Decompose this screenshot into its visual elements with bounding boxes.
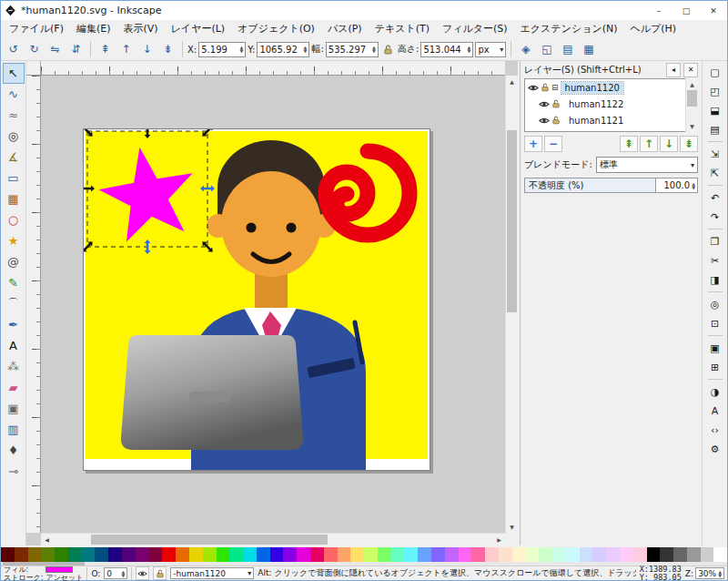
remove-layer-button[interactable]: − [544, 136, 562, 152]
height-input[interactable]: 513.044 [420, 42, 473, 57]
opacity-input[interactable]: 100.0 [656, 178, 698, 193]
vertical-scrollbar-thumb[interactable] [507, 130, 517, 312]
layer-lock-toggle[interactable] [153, 566, 167, 580]
palette-swatch[interactable] [701, 547, 714, 562]
palette-swatch[interactable] [512, 547, 526, 562]
bezier-pen-tool[interactable]: ⌒ [3, 293, 25, 314]
titlebar[interactable]: *human1120.svg - Inkscape – □ ✕ [1, 1, 727, 20]
palette-swatch[interactable] [95, 547, 108, 562]
palette-swatch[interactable] [391, 547, 405, 562]
palette-swatch[interactable] [566, 547, 580, 562]
scroll-right-icon[interactable]: ▶ [493, 534, 505, 545]
eraser-tool[interactable]: ▰ [3, 377, 25, 398]
raise-layer-button[interactable]: ↑ [640, 136, 658, 152]
cut-button[interactable]: ✂ [705, 251, 725, 270]
menu-item[interactable]: 表示(V) [117, 20, 165, 38]
dropper-tool[interactable]: ♦ [3, 440, 25, 461]
palette-swatch[interactable] [243, 547, 257, 562]
palette-swatch[interactable] [404, 547, 418, 562]
palette-swatch[interactable] [203, 547, 217, 562]
preferences-button[interactable]: ⚙ [705, 440, 725, 458]
scale-stroke-toggle[interactable]: ◈ [516, 40, 535, 59]
text-tool[interactable]: A [3, 335, 25, 356]
palette-swatch[interactable] [431, 547, 445, 562]
new-document-button[interactable]: ▢ [705, 63, 725, 81]
palette-swatch[interactable] [68, 547, 82, 562]
layer-to-bottom-button[interactable]: ⇟ [680, 136, 698, 152]
palette-swatch[interactable] [338, 547, 351, 562]
node-editor-tool[interactable]: ∿ [3, 84, 25, 105]
fill-swatch[interactable] [46, 566, 73, 573]
palette-swatch[interactable] [350, 547, 364, 562]
palette-swatch[interactable] [647, 547, 661, 562]
zoom-tool[interactable]: ◎ [3, 126, 25, 147]
ellipse-tool[interactable]: ○ [3, 209, 25, 230]
palette-swatch[interactable] [270, 547, 284, 562]
menu-item[interactable]: ファイル(F) [3, 20, 70, 38]
spinner[interactable] [122, 570, 126, 577]
close-button[interactable]: ✕ [700, 1, 727, 20]
connector-tool[interactable]: ⊸ [3, 461, 25, 482]
palette-swatch[interactable] [41, 547, 55, 562]
raise-to-top-button[interactable]: ⇞ [96, 40, 115, 59]
unit-select[interactable]: px▾ [475, 42, 506, 57]
import-button[interactable]: ⇲ [705, 145, 725, 163]
palette-swatch[interactable] [592, 547, 606, 562]
palette-swatch[interactable] [55, 547, 68, 562]
opacity-slider[interactable]: 不透明度 (%) [524, 178, 656, 193]
panel-close-button[interactable]: ✕ [683, 63, 698, 77]
layers-list[interactable]: ⊟ human1120 human1122 human1121 [524, 78, 698, 132]
layer-visibility-toggle[interactable] [539, 117, 550, 125]
flip-horizontal-button[interactable]: ⇋ [46, 40, 65, 59]
panel-collapse-button[interactable]: ◂ [666, 63, 681, 77]
palette-swatch[interactable] [620, 547, 633, 562]
palette-swatch[interactable] [217, 547, 230, 562]
layer-name[interactable]: human1120 [561, 82, 623, 94]
palette-swatch[interactable] [539, 547, 552, 562]
palette-swatch[interactable] [82, 547, 96, 562]
lock-ratio-toggle[interactable] [380, 40, 396, 59]
canvas-viewport[interactable] [41, 76, 505, 533]
box-3d-tool[interactable]: ▦ [3, 189, 25, 209]
zoom-input[interactable]: 30% [695, 567, 724, 579]
copy-button[interactable]: ❐ [705, 232, 725, 250]
group-button[interactable]: ⊞ [705, 358, 725, 376]
palette-swatch[interactable] [176, 547, 189, 562]
palette-swatch[interactable] [633, 547, 647, 562]
move-patterns-toggle[interactable]: ▦ [579, 40, 598, 59]
menu-item[interactable]: フィルター(S) [436, 20, 514, 38]
scroll-down-icon[interactable]: ▼ [686, 120, 698, 132]
layer-visibility-toggle[interactable] [539, 100, 550, 108]
calligraphy-tool[interactable]: ✒ [3, 314, 25, 335]
zoom-drawing-button[interactable]: ◎ [705, 295, 725, 313]
layers-list-scrollbar[interactable]: ▲ ▼ [685, 78, 698, 132]
y-input[interactable]: 1065.92 [257, 42, 309, 57]
rotate-ccw-button[interactable]: ↺ [4, 40, 23, 59]
rectangle-tool[interactable]: ▭ [3, 168, 25, 189]
layer-name[interactable]: human1122 [565, 98, 627, 110]
palette-swatch[interactable] [28, 547, 42, 562]
spinner[interactable] [239, 46, 243, 53]
layer-lock-toggle[interactable] [552, 116, 560, 125]
layer-row[interactable]: human1121 [525, 112, 697, 128]
palette-swatch[interactable] [364, 547, 378, 562]
lower-layer-button[interactable]: ↓ [660, 136, 678, 152]
rotate-cw-button[interactable]: ↻ [25, 40, 44, 59]
blend-mode-select[interactable]: 標準 ▾ [596, 157, 698, 173]
object-opacity-input[interactable]: 0 [104, 567, 127, 579]
print-document-button[interactable]: ▤ [705, 120, 725, 138]
export-button[interactable]: ⇱ [705, 164, 725, 182]
palette-swatch[interactable] [525, 547, 539, 562]
menu-item[interactable]: レイヤー(L) [165, 20, 232, 38]
layer-row[interactable]: ⊟ human1120 [525, 79, 697, 96]
palette-swatch[interactable] [324, 547, 338, 562]
palette-swatch[interactable] [189, 547, 203, 562]
x-input[interactable]: 5.199 [198, 42, 246, 57]
palette-swatch[interactable] [162, 547, 176, 562]
layer-lock-toggle[interactable] [552, 99, 560, 108]
scroll-up-icon[interactable]: ▲ [506, 76, 518, 87]
tweak-tool[interactable]: ≈ [3, 105, 25, 126]
spiral-tool[interactable]: @ [3, 251, 25, 272]
fill-stroke-indicator[interactable]: フィル: ストローク: アンセット [4, 566, 83, 581]
layer-expander[interactable]: ⊟ [551, 83, 559, 92]
